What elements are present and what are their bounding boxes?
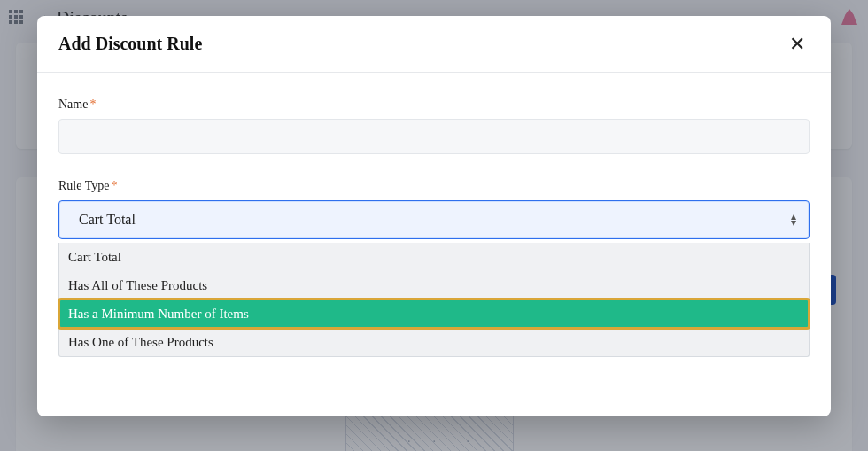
- dropdown-option-min-items[interactable]: Has a Minimum Number of Items: [59, 299, 809, 328]
- modal-body: Name* Rule Type* Cart Total Cart Total H…: [37, 73, 831, 260]
- dropdown-option-has-all-products[interactable]: Has All of These Products: [59, 271, 809, 299]
- add-discount-rule-modal: Add Discount Rule ✕ Name* Rule Type* Car…: [37, 16, 831, 416]
- close-icon[interactable]: ✕: [785, 32, 810, 57]
- rule-type-select[interactable]: Cart Total: [58, 200, 810, 239]
- name-input[interactable]: [58, 119, 810, 154]
- modal-header: Add Discount Rule ✕: [37, 16, 831, 73]
- required-marker: *: [111, 179, 117, 192]
- modal-title: Add Discount Rule: [58, 34, 202, 54]
- rule-type-label: Rule Type*: [58, 179, 810, 193]
- rule-type-selected-value: Cart Total: [79, 212, 136, 228]
- rule-type-label-text: Rule Type: [58, 179, 109, 192]
- dropdown-option-cart-total[interactable]: Cart Total: [59, 243, 809, 271]
- page-background: ‹ Discounts . . . Add Discount Rule ✕ Na…: [0, 0, 868, 451]
- required-marker: *: [89, 97, 96, 111]
- sort-caret-icon: [791, 214, 796, 226]
- name-label: Name*: [58, 97, 810, 112]
- name-label-text: Name: [58, 97, 88, 111]
- rule-type-dropdown: Cart Total Has All of These Products Has…: [58, 243, 810, 357]
- dropdown-option-has-one-product[interactable]: Has One of These Products: [59, 328, 809, 356]
